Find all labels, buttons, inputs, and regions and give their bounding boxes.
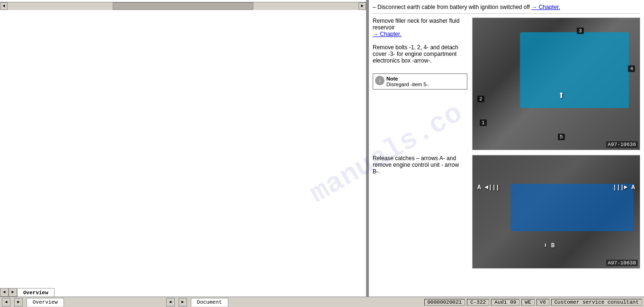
image-column-2: A ◄||| |||► A ⬇ B A97-10638 [472,155,640,269]
status-item-3: Audi 09 [491,299,519,306]
status-left: ◄ ► Overview ◄ ► Document [2,298,228,307]
label-B: ⬇ B [544,242,555,249]
chapter-link-top[interactable]: → Chapter. [531,4,560,10]
blue-cover-2 [510,184,634,231]
status-item-5: V6 [537,299,549,306]
left-tab-strip: ◄ ► Overview [0,9,366,297]
status-right: 00000020021 C-322 Audi 09 WE V6 Customer… [424,299,643,306]
left-nav-btn[interactable]: ◄ [2,298,10,307]
scroll-left-btn[interactable]: ◄ [0,2,8,10]
note-box: i Note Disregard -item 5-. [373,73,467,90]
status-bar: ◄ ► Overview ◄ ► Document 00000020021 C-… [0,297,644,307]
step3-text: Release catches – arrows A- and remove e… [373,155,467,175]
top-instruction: – Disconnect earth cable from battery wi… [373,4,640,14]
step1-text: Remove filler neck for washer fluid rese… [373,18,467,37]
status-item-4: WE [521,299,534,306]
arrow-indicator-1: ⬆ [558,89,564,102]
scroll-track[interactable] [8,2,358,10]
scroll-thumb[interactable] [113,2,253,10]
blue-cover-1 [520,32,629,108]
left-panel: ⊟Overview⊟Body⊟Heating, ventilation, air… [0,0,367,297]
note-label: Note [386,76,398,81]
chapter-link-1[interactable]: → Chapter. [373,31,402,37]
text-column-2: Release catches – arrows A- and remove e… [373,155,467,269]
status-item-2: C-322 [467,299,489,306]
label-2: 2 [477,96,484,102]
label-A-right: |||► A [613,184,635,191]
engine-image-1: 1 2 3 4 5 ⬆ A97-10636 [472,18,640,150]
instruction-block-2: Release catches – arrows A- and remove e… [373,155,640,269]
text-column-1: Remove filler neck for washer fluid rese… [373,18,467,150]
image1-id: A97-10636 [606,141,638,148]
right-panel: – Disconnect earth cable from battery wi… [369,0,644,297]
disconnect-text: – Disconnect earth cable from battery wi… [373,4,530,10]
customer-service-label: Customer service consultant [551,299,642,306]
instruction-block-1: Remove filler neck for washer fluid rese… [373,18,640,150]
label-1: 1 [480,119,487,126]
nav-left-btn[interactable]: ◄ [0,288,9,297]
overview-bottom-tab[interactable]: Overview [27,298,64,307]
note-text: Disregard -item 5-. [386,81,429,87]
nav-right-btn[interactable]: ► [9,288,17,297]
note-icon: i [375,76,385,85]
horizontal-scrollbar[interactable]: ◄ ► [0,2,366,9]
label-5: 5 [558,134,565,140]
engine-image-2: A ◄||| |||► A ⬇ B A97-10638 [472,155,640,269]
step2-text: Remove bolts -1, 2, 4- and detach cover … [373,44,467,64]
image-column-1: 1 2 3 4 5 ⬆ A97-10636 [472,18,640,150]
document-tab[interactable]: Document [191,298,228,307]
overview-tab[interactable]: Overview [17,288,54,297]
status-item-1: 00000020021 [424,299,465,306]
right-nav-btn[interactable]: ► [14,298,23,307]
doc-nav-right[interactable]: ► [179,298,187,307]
doc-nav-left[interactable]: ◄ [166,298,175,307]
scroll-right-btn[interactable]: ► [358,2,366,10]
image2-id: A97-10638 [606,260,638,266]
label-3: 3 [577,27,584,34]
label-A-left: A ◄||| [477,184,500,191]
label-4: 4 [628,65,635,72]
